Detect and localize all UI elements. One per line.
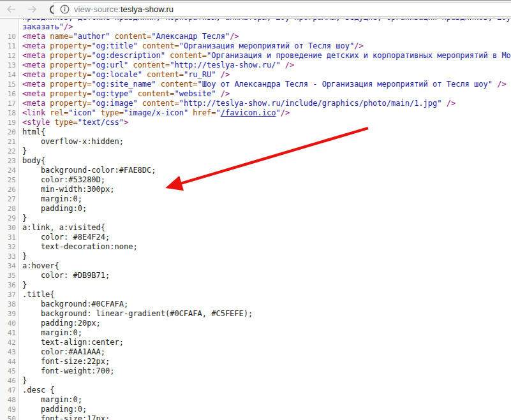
line-code: } <box>19 376 27 386</box>
source-line: 11<meta property="og:title" content="Орг… <box>0 41 511 51</box>
favicon-link[interactable]: /favicon.ico <box>221 108 276 117</box>
line-number: 29 <box>0 214 19 223</box>
source-line: 12<meta property="og:description" conten… <box>0 51 511 61</box>
source-line: 46} <box>0 376 511 386</box>
line-code: text-align:center; <box>19 338 124 347</box>
line-code: <meta property="og:site_name" content="Ш… <box>19 80 507 89</box>
source-line: 38 background:#0CFAFA; <box>0 300 511 309</box>
line-code: background-color:#FAE8DC; <box>19 166 156 175</box>
line-number: 19 <box>0 118 19 127</box>
line-code: <meta property="og:title" content="Орган… <box>19 41 364 51</box>
line-code: <meta property="og:image" content="http:… <box>19 99 455 108</box>
line-code: } <box>19 214 27 223</box>
line-code: } <box>19 280 27 290</box>
line-number: 49 <box>0 405 19 414</box>
line-code: <meta property="og:locale" content="ru_R… <box>19 70 230 80</box>
line-code: padding:20px; <box>19 319 101 328</box>
source-line: 45 font-weight:700; <box>0 366 511 376</box>
line-number: 14 <box>0 70 19 80</box>
line-code: font-size:17px; <box>19 414 110 420</box>
line-code: <meta property="og:type" content="websit… <box>19 89 230 99</box>
source-line: 34a:hover{ <box>0 261 511 271</box>
source-line: заказать"/> <box>0 22 511 32</box>
line-number: 10 <box>0 32 19 41</box>
source-line: 47.desc { <box>0 386 511 395</box>
line-number: 39 <box>0 309 19 319</box>
line-code: color:#53280D; <box>19 175 105 185</box>
source-line: 25 color:#53280D; <box>0 175 511 185</box>
line-number: 43 <box>0 347 19 357</box>
source-line: 37.title{ <box>0 290 511 300</box>
source-line: 36} <box>0 280 511 290</box>
line-code: font-weight:700; <box>19 366 115 376</box>
line-code: a:hover{ <box>19 261 59 271</box>
source-line: 26 min-width:300px; <box>0 185 511 194</box>
line-code: html{ <box>19 127 45 137</box>
line-code: .desc { <box>19 386 55 395</box>
line-number: 30 <box>0 223 19 233</box>
line-number: 44 <box>0 357 19 366</box>
source-line: 10<meta name="author" content="Александр… <box>0 32 511 41</box>
line-code: } <box>19 252 27 261</box>
line-number: 35 <box>0 271 19 280</box>
line-number: 33 <box>0 252 19 261</box>
line-number: 34 <box>0 261 19 271</box>
line-number: 16 <box>0 89 19 99</box>
line-code: background: linear-gradient(#0CFAFA, #C5… <box>19 309 253 319</box>
line-code: min-width:300px; <box>19 185 115 194</box>
line-code: margin:0; <box>19 194 82 204</box>
forward-button[interactable] <box>24 2 40 17</box>
line-number: 36 <box>0 280 19 290</box>
line-code: overflow-x:hidden; <box>19 137 124 147</box>
line-number: 48 <box>0 395 19 405</box>
back-arrow-icon <box>6 4 17 15</box>
line-number: 22 <box>0 147 19 156</box>
back-button[interactable] <box>3 2 19 17</box>
line-number: 40 <box>0 319 19 328</box>
line-number: 41 <box>0 328 19 338</box>
source-line: 28 padding:0; <box>0 204 511 214</box>
source-line: 13<meta property="og:url" content="http:… <box>0 61 511 70</box>
source-line: 18<link rel="icon" type="image/x-icon" h… <box>0 108 511 118</box>
line-number: 46 <box>0 376 19 386</box>
source-line: 20html{ <box>0 127 511 137</box>
line-number: 12 <box>0 51 19 61</box>
line-number: 25 <box>0 175 19 185</box>
source-line: 29} <box>0 214 511 223</box>
line-number: 28 <box>0 204 19 214</box>
line-number: 47 <box>0 386 19 395</box>
source-line: праздников, детские праздники, корпорати… <box>0 19 511 22</box>
line-code: <meta property="og:description" content=… <box>19 51 511 61</box>
source-line: 49 padding:0; <box>0 405 511 414</box>
source-line: 15<meta property="og:site_name" content=… <box>0 80 511 89</box>
forward-arrow-icon <box>27 4 38 15</box>
line-number: 27 <box>0 194 19 204</box>
source-line: 21 overflow-x:hidden; <box>0 137 511 147</box>
source-line: 48 margin:0; <box>0 395 511 405</box>
source-line: 19<style type="text/css"> <box>0 118 511 127</box>
line-code: margin:0; <box>19 328 82 338</box>
line-number: 24 <box>0 166 19 175</box>
source-viewer: праздников, детские праздники, корпорати… <box>0 19 511 420</box>
line-code: color:#AA1AAA; <box>19 347 105 357</box>
line-number: 42 <box>0 338 19 347</box>
source-line: 41 margin:0; <box>0 328 511 338</box>
line-number: 45 <box>0 366 19 376</box>
line-code: body{ <box>19 156 45 166</box>
source-line: 31 color: #8E4F24; <box>0 233 511 242</box>
line-number: 23 <box>0 156 19 166</box>
source-line: 23body{ <box>0 156 511 166</box>
line-number: 21 <box>0 137 19 147</box>
url-scheme: view-source: <box>74 4 121 14</box>
source-line: 24 background-color:#FAE8DC; <box>0 166 511 175</box>
source-lines: праздников, детские праздники, корпорати… <box>0 19 511 420</box>
line-number: 50 <box>0 414 19 420</box>
line-code: font-size:22px; <box>19 357 110 366</box>
source-line: 27 margin:0; <box>0 194 511 204</box>
page-info-icon[interactable] <box>60 4 70 14</box>
line-number: 18 <box>0 108 19 118</box>
line-code: заказать"/> <box>19 22 73 32</box>
url-host: teslya-show.ru <box>121 4 174 14</box>
line-number <box>0 22 19 32</box>
address-bar[interactable]: view-source:teslya-show.ru <box>54 2 511 17</box>
